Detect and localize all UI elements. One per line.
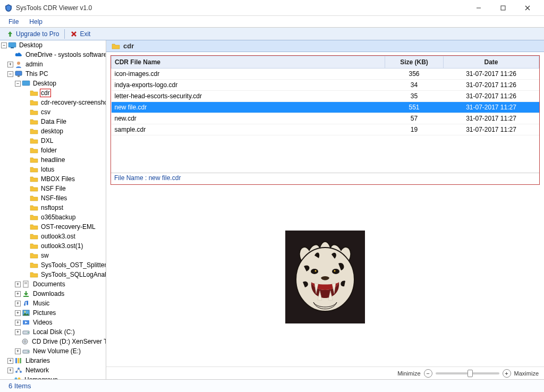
tree-cddrive[interactable]: CD Drive (D:) XenServer Tools [31,338,106,345]
table-row[interactable]: icon-images.cdr35631-07-2017 11:26 [112,69,539,80]
tree-admin[interactable]: admin [24,61,44,68]
preview-artwork [285,231,365,323]
cell-size: 356 [385,69,444,80]
folder-icon [30,175,38,183]
svg-point-32 [18,378,21,380]
zoom-slider[interactable] [436,372,499,374]
toolbar: Upgrade to Pro Exit [0,28,544,40]
cell-date: 31-07-2017 11:26 [444,91,539,102]
table-row[interactable]: letter-head-escorts-security.cdr3531-07-… [112,91,539,102]
tree-newvol[interactable]: New Volume (E:) [32,347,82,355]
tree-folder[interactable]: csv [40,108,52,116]
cell-name: new file.cdr [112,102,385,113]
music-icon [22,300,30,307]
zoom-thumb[interactable] [468,370,473,377]
maximize-button[interactable] [491,0,515,16]
upgrade-icon [6,30,14,38]
tree-expander[interactable]: + [7,368,13,373]
exit-label: Exit [80,30,90,38]
tree-folder[interactable]: cdr-recovery-screenshots [40,99,106,106]
folder-icon [30,99,38,106]
col-header-size[interactable]: Size (KB) [385,56,444,69]
upgrade-button[interactable]: Upgrade to Pro [3,28,62,40]
folder-icon [30,118,38,125]
table-row[interactable]: new file.cdr55131-07-2017 11:27 [112,102,539,113]
drive-icon [22,328,30,336]
tree-downloads[interactable]: Downloads [32,290,65,297]
tree-folder[interactable]: NSF-files [40,194,68,202]
tree-folder[interactable]: o365backup [40,214,76,221]
close-button[interactable] [515,0,540,16]
tree-expander[interactable]: − [7,71,13,77]
cell-name: letter-head-escorts-security.cdr [112,91,385,102]
zoom-out-button[interactable]: − [424,369,432,378]
tree-expander[interactable]: + [15,320,21,326]
tree-onedrive[interactable]: OneDrive - systools software [24,51,106,58]
preview-pane [106,187,544,367]
tree-folder[interactable]: DXL [40,137,54,144]
tree-pictures[interactable]: Pictures [32,309,57,317]
menu-help[interactable]: Help [24,17,48,27]
tree-folder[interactable]: SysTools_SQLLogAnalyzer [40,271,106,278]
tree-network[interactable]: Network [24,367,50,374]
folder-icon [30,108,38,116]
tree-expander[interactable]: + [7,62,13,67]
col-header-name[interactable]: CDR File Name [112,56,385,69]
tree-thispc[interactable]: This PC [24,70,49,78]
tree-expander[interactable]: + [15,348,21,354]
tree-folder[interactable]: outlook3.ost [40,233,76,240]
content-pane: cdr CDR File Name Size (KB) Date icon-im… [106,40,544,379]
cell-date: 31-07-2017 11:26 [444,80,539,91]
col-header-date[interactable]: Date [444,56,539,69]
tree-desktop2[interactable]: Desktop [32,80,57,87]
table-row[interactable]: new.cdr5731-07-2017 11:27 [112,113,539,124]
tree-homegroup[interactable]: Homegroup [23,376,59,379]
tree-expander[interactable]: + [15,301,21,306]
tree-expander[interactable]: − [15,81,21,87]
cell-size: 57 [385,113,444,124]
minimize-button[interactable] [466,0,491,16]
tree-expander[interactable]: + [7,358,13,364]
tree-folder[interactable]: nsftopst [40,204,64,211]
svg-rect-26 [18,358,19,363]
tree-folder[interactable]: folder [40,147,58,154]
tree-folder[interactable]: headline [40,156,66,164]
drive-icon [22,347,30,355]
tree-localc[interactable]: Local Disk (C:) [32,328,76,336]
tree-folder[interactable]: NSF File [40,185,67,192]
tree-folder[interactable]: MBOX Files [40,175,76,183]
menu-file[interactable]: File [3,17,24,27]
table-row[interactable]: indya-exports-logo.cdr3431-07-2017 11:26 [112,80,539,91]
tree-folder[interactable]: OST-recovery-EML [40,223,97,231]
tree-documents[interactable]: Documents [32,280,66,288]
table-row[interactable]: sample.cdr1931-07-2017 11:27 [112,124,539,135]
folder-icon [30,137,38,144]
tree-folder[interactable]: SysTools_OST_Splitter_2 [40,261,106,269]
svg-rect-6 [8,42,16,47]
folder-icon [30,242,38,250]
tree-expander[interactable]: + [15,329,21,335]
tree-expander[interactable]: + [15,310,21,316]
zoom-in-button[interactable]: + [503,369,511,378]
tree-folder[interactable]: desktop [40,127,64,135]
tree-expander[interactable]: + [15,282,21,287]
file-table[interactable]: CDR File Name Size (KB) Date icon-images… [111,56,539,135]
folder-icon [30,194,38,202]
tree-selected-folder[interactable]: cdr [40,89,51,97]
tree-folder[interactable]: sw [40,252,50,259]
tree-folder[interactable]: outlook3.ost(1) [40,242,84,250]
tree-expander[interactable]: + [15,291,21,297]
exit-button[interactable]: Exit [67,28,94,40]
tree-music[interactable]: Music [32,300,50,307]
tree-videos[interactable]: Videos [32,319,53,326]
zoom-max-label: Maximize [514,370,539,377]
zoom-bar: Minimize − + Maximize [106,367,544,379]
folder-tree[interactable]: − Desktop OneDrive - systools software +… [0,40,106,379]
tree-folder[interactable]: Data File [40,118,67,125]
tree-expander[interactable]: − [1,42,7,48]
folder-icon [30,252,38,259]
tree-desktop[interactable]: Desktop [18,41,44,49]
tree-folder[interactable]: lotus [40,166,55,173]
tree-libraries[interactable]: Libraries [24,357,51,364]
documents-icon [22,280,30,288]
